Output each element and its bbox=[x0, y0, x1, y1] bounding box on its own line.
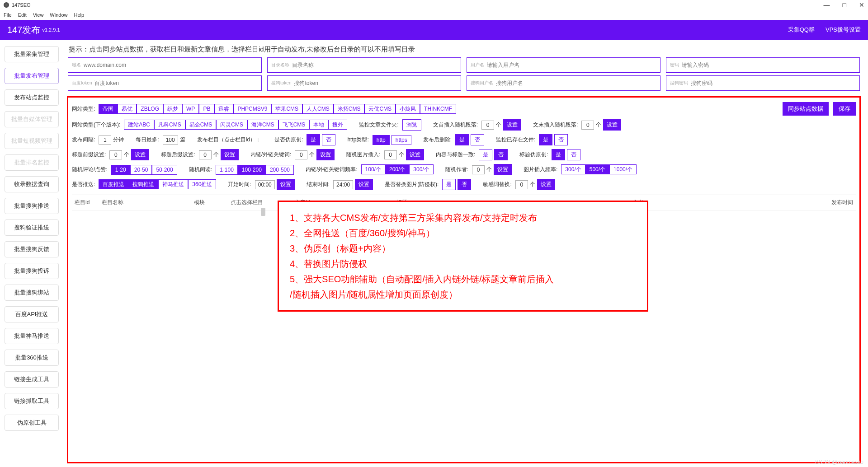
mon-yes[interactable]: 是 bbox=[539, 134, 552, 145]
same-no[interactable]: 否 bbox=[494, 149, 508, 160]
field-input[interactable] bbox=[487, 62, 656, 68]
orig-yes[interactable]: 是 bbox=[307, 134, 320, 145]
del-no[interactable]: 否 bbox=[471, 134, 484, 145]
suffix-value[interactable]: 0 bbox=[199, 150, 212, 159]
option-PHPCMSV9[interactable]: PHPCMSV9 bbox=[233, 104, 271, 114]
minimize-icon[interactable]: — bbox=[824, 1, 830, 9]
del-yes[interactable]: 是 bbox=[455, 134, 469, 145]
end-set[interactable]: 设置 bbox=[355, 179, 373, 190]
option-50-200[interactable]: 50-200 bbox=[152, 165, 177, 175]
option-迅睿[interactable]: 迅睿 bbox=[214, 104, 233, 114]
option-帝国[interactable]: 帝国 bbox=[99, 104, 118, 114]
sidebar-item-17[interactable]: 伪原创工具 bbox=[5, 415, 59, 431]
option-易企CMS[interactable]: 易企CMS bbox=[185, 120, 217, 130]
option-飞飞CMS[interactable]: 飞飞CMS bbox=[278, 120, 310, 130]
author-value[interactable]: 0 bbox=[472, 165, 485, 174]
option-1-20[interactable]: 1-20 bbox=[111, 165, 130, 175]
titorig-yes[interactable]: 是 bbox=[552, 149, 565, 160]
option-织梦[interactable]: 织梦 bbox=[163, 104, 182, 114]
sidebar-item-4[interactable]: 批量短视频管理 bbox=[5, 133, 59, 149]
menu-help[interactable]: Help bbox=[74, 12, 84, 18]
close-icon[interactable]: ✕ bbox=[859, 1, 864, 9]
menu-view[interactable]: View bbox=[33, 12, 44, 18]
sync-button[interactable]: 同步站点数据 bbox=[783, 102, 829, 116]
option-建站ABC[interactable]: 建站ABC bbox=[124, 120, 154, 130]
field-input[interactable] bbox=[496, 80, 656, 86]
end-value[interactable]: 24:00 bbox=[333, 180, 353, 189]
sidebar-item-9[interactable]: 批量搜狗反馈 bbox=[5, 241, 59, 257]
option-100-200[interactable]: 100-200 bbox=[238, 165, 266, 175]
option-米拓CMS[interactable]: 米拓CMS bbox=[334, 104, 365, 114]
author-set[interactable]: 设置 bbox=[494, 164, 512, 175]
insert-head-value[interactable]: 0 bbox=[481, 121, 494, 130]
interval-value[interactable]: 1 bbox=[99, 135, 111, 145]
field-input[interactable] bbox=[294, 80, 457, 86]
titorig-no[interactable]: 否 bbox=[567, 149, 580, 160]
start-set[interactable]: 设置 bbox=[277, 179, 295, 190]
link-value[interactable]: 0 bbox=[295, 150, 307, 159]
option-WP[interactable]: WP bbox=[182, 104, 199, 114]
option-THINKCMF[interactable]: THINKCMF bbox=[420, 104, 456, 114]
option-ZBLOG[interactable]: ZBLOG bbox=[137, 104, 163, 114]
insert-tail-set[interactable]: 设置 bbox=[603, 119, 621, 131]
suffix-set[interactable]: 设置 bbox=[221, 149, 239, 160]
option-500/个[interactable]: 500/个 bbox=[585, 164, 609, 174]
sidebar-item-0[interactable]: 批量采集管理 bbox=[5, 46, 59, 62]
option-20-50[interactable]: 20-50 bbox=[130, 165, 152, 175]
insert-head-set[interactable]: 设置 bbox=[503, 119, 521, 131]
option-300/个[interactable]: 300/个 bbox=[409, 164, 433, 174]
menu-file[interactable]: File bbox=[4, 12, 12, 18]
sidebar-item-1[interactable]: 批量发布管理 bbox=[5, 68, 59, 84]
menu-edit[interactable]: Edit bbox=[18, 12, 27, 18]
prefix-value[interactable]: 0 bbox=[109, 150, 122, 159]
scrollbar-thumb[interactable] bbox=[261, 208, 265, 216]
sidebar-item-16[interactable]: 链接抓取工具 bbox=[5, 393, 59, 409]
option-1-100[interactable]: 1-100 bbox=[216, 165, 238, 175]
sidebar-item-7[interactable]: 批量搜狗推送 bbox=[5, 198, 59, 214]
sens-set[interactable]: 设置 bbox=[537, 179, 555, 190]
option-凡科CMS[interactable]: 凡科CMS bbox=[154, 120, 185, 130]
field-input[interactable] bbox=[94, 80, 258, 86]
field-input[interactable] bbox=[682, 62, 856, 68]
sidebar-item-6[interactable]: 收录数据查询 bbox=[5, 176, 59, 192]
sidebar-item-5[interactable]: 批量排名监控 bbox=[5, 154, 59, 171]
mon-no[interactable]: 否 bbox=[554, 134, 568, 145]
link-qq-group[interactable]: 采集QQ群 bbox=[788, 26, 815, 34]
option-易优[interactable]: 易优 bbox=[118, 104, 137, 114]
rep-yes[interactable]: 是 bbox=[442, 179, 456, 190]
option-苹果CMS[interactable]: 苹果CMS bbox=[271, 104, 302, 114]
option-搜外[interactable]: 搜外 bbox=[328, 120, 347, 130]
sidebar-item-8[interactable]: 搜狗验证推送 bbox=[5, 219, 59, 236]
browse-button[interactable]: 浏览 bbox=[402, 119, 421, 131]
field-input[interactable] bbox=[84, 62, 258, 68]
daily-value[interactable]: 100 bbox=[163, 135, 178, 145]
option-200/个[interactable]: 200/个 bbox=[385, 164, 409, 174]
menu-window[interactable]: Window bbox=[50, 12, 67, 18]
save-button[interactable]: 保存 bbox=[833, 102, 856, 116]
field-input[interactable] bbox=[292, 62, 457, 68]
link-set[interactable]: 设置 bbox=[316, 149, 335, 160]
option-神马推送[interactable]: 神马推送 bbox=[158, 179, 188, 189]
sidebar-item-15[interactable]: 链接生成工具 bbox=[5, 371, 59, 388]
option-本地[interactable]: 本地 bbox=[309, 120, 328, 130]
img-value[interactable]: 0 bbox=[384, 150, 397, 159]
link-vps-dial[interactable]: VPS拨号设置 bbox=[826, 26, 861, 34]
option-1000/个[interactable]: 1000/个 bbox=[609, 164, 637, 174]
rep-no[interactable]: 否 bbox=[458, 179, 471, 190]
img-set[interactable]: 设置 bbox=[406, 149, 424, 160]
sens-value[interactable]: 0 bbox=[515, 180, 528, 189]
start-value[interactable]: 00:00 bbox=[255, 180, 275, 189]
option-100/个[interactable]: 100/个 bbox=[361, 164, 385, 174]
sidebar-item-14[interactable]: 批量360推送 bbox=[5, 350, 59, 366]
option-300/个[interactable]: 300/个 bbox=[561, 164, 585, 174]
option-小旋风[interactable]: 小旋风 bbox=[396, 104, 420, 114]
option-百度推送[interactable]: 百度推送 bbox=[99, 179, 128, 189]
insert-tail-value[interactable]: 0 bbox=[581, 121, 594, 130]
sidebar-item-11[interactable]: 批量搜狗绑站 bbox=[5, 285, 59, 301]
option-闪灵CMS[interactable]: 闪灵CMS bbox=[216, 120, 247, 130]
https-option[interactable]: https bbox=[392, 135, 411, 145]
sidebar-item-12[interactable]: 百度API推送 bbox=[5, 306, 59, 322]
sidebar-item-10[interactable]: 批量搜狗投诉 bbox=[5, 263, 59, 279]
option-200-500[interactable]: 200-500 bbox=[266, 165, 294, 175]
option-海洋CMS[interactable]: 海洋CMS bbox=[247, 120, 278, 130]
